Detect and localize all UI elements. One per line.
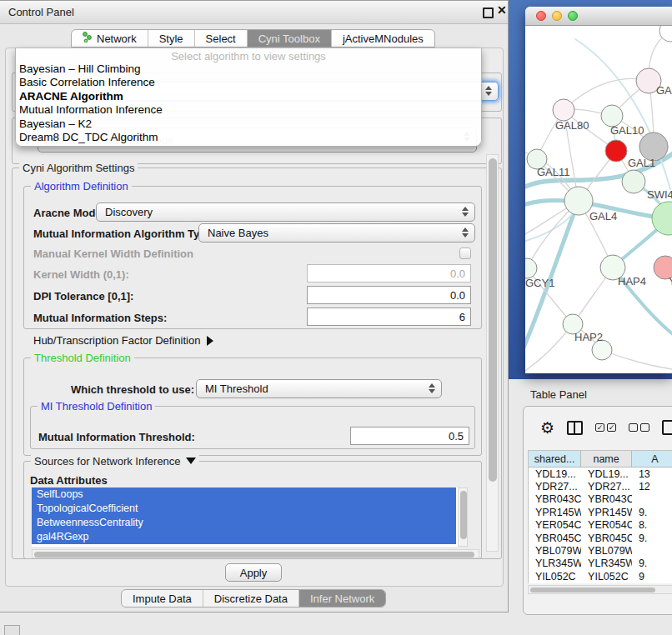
mi-type-combo[interactable]: Naive Bayes xyxy=(198,223,475,242)
network-icon xyxy=(83,32,93,45)
dropdown-option[interactable]: ARACNE Algorithm xyxy=(16,90,481,103)
window-zoom-icon[interactable] xyxy=(568,11,578,21)
split-columns-icon[interactable] xyxy=(567,421,583,435)
table-cell: 9 xyxy=(632,570,672,582)
table-hscrollbar[interactable] xyxy=(528,585,672,594)
dropdown-option[interactable]: Bayesian – Hill Climbing xyxy=(16,62,481,76)
tab-discretize-data[interactable]: Discretize Data xyxy=(203,590,298,607)
table-panel: ⚙ ✓✓ shared...nameA YDL19...YDL19...13YD… xyxy=(523,406,672,615)
table-cell: YPR145W xyxy=(529,506,581,518)
window-close-icon[interactable] xyxy=(536,11,546,21)
tab-network[interactable]: Network xyxy=(72,30,148,47)
deselect-all-checks-icon[interactable] xyxy=(629,423,649,432)
table-row[interactable]: YBR045CYBR045C9. xyxy=(529,532,672,544)
mi-threshold-title: MI Threshold Definition xyxy=(38,400,155,412)
mi-threshold-field[interactable]: 0.5 xyxy=(350,427,469,445)
gear-icon[interactable]: ⚙ xyxy=(540,420,554,436)
control-panel-titlebar[interactable] xyxy=(0,1,508,24)
node-table: shared...nameA YDL19...YDL19...13YDR27..… xyxy=(528,450,672,583)
aracne-mode-combo[interactable]: Discovery xyxy=(96,202,475,222)
dpi-tolerance-label: DPI Tolerance [0,1]: xyxy=(33,290,133,302)
data-attributes-hscrollbar[interactable] xyxy=(32,549,479,558)
mi-steps-label: Mutual Information Steps: xyxy=(33,312,167,324)
select-all-checks-icon[interactable]: ✓✓ xyxy=(595,423,616,432)
document-icon[interactable] xyxy=(662,420,672,435)
table-row[interactable]: YDL19...YDL19...13 xyxy=(529,468,672,480)
which-threshold-combo[interactable]: MI Threshold xyxy=(196,379,442,398)
table-cell: 9. xyxy=(632,532,672,544)
combo-arrows-icon xyxy=(462,228,469,238)
table-cell: YBL079W xyxy=(581,544,632,557)
data-attributes-list[interactable]: SelfLoopsTopologicalCoefficientBetweenne… xyxy=(32,488,468,547)
network-view-window[interactable]: GALGAL80GAL10GAL1GAL11SWI4GAL4GCY1HAP4YH… xyxy=(525,7,672,373)
control-panel-window: Control Panel ✕ Network Style Select Cyn… xyxy=(0,0,509,612)
data-attributes-label: Data Attributes xyxy=(30,474,108,487)
table-cell: YBR045C xyxy=(581,532,632,544)
data-attribute-item[interactable]: BetweennessCentrality xyxy=(32,516,456,530)
table-column-header[interactable]: A xyxy=(632,451,672,468)
data-attribute-item[interactable]: TopologicalCoefficient xyxy=(32,502,456,516)
data-attribute-item[interactable]: SelfLoops xyxy=(32,488,456,502)
table-row[interactable]: YPR145WYPR145W9. xyxy=(529,506,672,518)
network-node[interactable] xyxy=(622,170,645,193)
table-cell: 12 xyxy=(632,480,672,492)
network-canvas[interactable]: GALGAL80GAL10GAL1GAL11SWI4GAL4GCY1HAP4YH… xyxy=(525,26,672,373)
tab-style[interactable]: Style xyxy=(148,30,194,47)
window-minimize-icon[interactable] xyxy=(552,11,562,21)
apply-button[interactable]: Apply xyxy=(225,563,282,582)
float-window-icon[interactable] xyxy=(483,8,494,18)
table-row[interactable]: YLR345WYLR345W9. xyxy=(529,558,672,570)
node-label: SWI4 xyxy=(647,188,672,201)
manual-kernel-checkbox[interactable] xyxy=(459,248,471,259)
table-row[interactable]: YBR043CYBR043C xyxy=(529,493,672,506)
dpi-tolerance-field[interactable]: 0.0 xyxy=(307,286,471,304)
network-window-titlebar[interactable] xyxy=(525,7,672,26)
settings-group-title: Cyni Algorithm Settings xyxy=(19,162,138,174)
dropdown-option[interactable]: Basic Correlation Inference xyxy=(16,76,481,89)
table-cell: 9. xyxy=(632,558,672,570)
settings-scrollbar[interactable] xyxy=(486,154,499,552)
network-node[interactable] xyxy=(605,140,627,162)
table-row[interactable]: YER054CYER054C8. xyxy=(529,519,672,532)
tab-select[interactable]: Select xyxy=(194,30,247,47)
sources-title[interactable]: Sources for Network Inference xyxy=(31,455,199,468)
node-label: GAL11 xyxy=(537,166,570,178)
minimized-panel-icon[interactable] xyxy=(4,625,20,635)
screenshot-root: { "colors":{ "selection_blue":"#3e6fd3",… xyxy=(0,0,672,635)
table-column-header[interactable]: shared... xyxy=(529,451,581,468)
dropdown-prompt: Select algorithm to view settings xyxy=(16,48,481,62)
network-node[interactable] xyxy=(553,99,574,121)
table-row[interactable]: YBL079WYBL079W xyxy=(529,544,672,557)
tab-impute-data[interactable]: Impute Data xyxy=(122,590,203,607)
network-node[interactable] xyxy=(659,26,672,42)
tab-infer-network[interactable]: Infer Network xyxy=(298,590,385,607)
table-column-header[interactable]: name xyxy=(581,451,632,468)
network-edge[interactable] xyxy=(602,350,672,369)
node-label: GAL1 xyxy=(628,157,655,169)
mi-steps-field[interactable]: 6 xyxy=(307,308,471,326)
table-cell: YBR043C xyxy=(581,493,632,506)
dropdown-option[interactable]: Dream8 DC_TDC Algorithm xyxy=(16,131,481,144)
network-node[interactable] xyxy=(525,258,537,278)
table-row[interactable]: YDR27...YDR27...12 xyxy=(529,480,672,492)
table-cell: YDR27... xyxy=(581,480,632,492)
expand-right-icon xyxy=(207,336,213,346)
table-cell: YDR27... xyxy=(529,480,581,492)
network-node[interactable] xyxy=(564,187,593,215)
node-label: GAL xyxy=(656,84,672,97)
combo-arrows-icon xyxy=(485,86,492,96)
hub-definition-expander[interactable]: Hub/Transcription Factor Definition xyxy=(33,334,213,347)
data-attribute-item[interactable]: gal4RGexp xyxy=(32,530,456,544)
tab-jactivemnodules[interactable]: jActiveMNodules xyxy=(331,30,434,47)
control-panel-title: Control Panel xyxy=(8,6,74,18)
collapse-down-icon xyxy=(186,458,196,464)
control-panel-tabs: Network Style Select Cyni Toolbox jActiv… xyxy=(71,29,435,48)
dropdown-option[interactable]: Bayesian – K2 xyxy=(16,118,481,131)
table-row[interactable]: YIL052CYIL052C9 xyxy=(529,570,672,582)
data-attributes-vscrollbar[interactable] xyxy=(458,488,468,547)
close-icon[interactable]: ✕ xyxy=(497,3,507,17)
tab-network-label: Network xyxy=(97,32,137,45)
tab-cyni-toolbox[interactable]: Cyni Toolbox xyxy=(247,30,331,47)
dropdown-option[interactable]: Mutual Information Inference xyxy=(16,103,481,117)
node-label: GCY1 xyxy=(525,277,554,289)
